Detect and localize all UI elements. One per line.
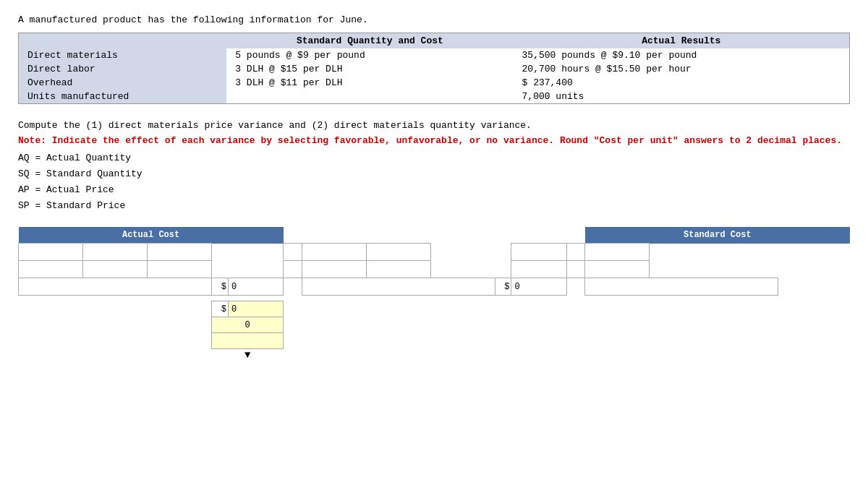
table-row: Units manufactured 7,000 units xyxy=(19,90,849,103)
var1-amount-input-cell[interactable] xyxy=(228,301,283,317)
mid-r1c1-input[interactable] xyxy=(284,247,301,257)
mid-r1c2-input[interactable] xyxy=(302,247,366,257)
ac-r2c3-input[interactable] xyxy=(148,265,211,275)
mid-input-r2c2[interactable] xyxy=(302,261,366,278)
arrow-right-2 xyxy=(566,278,584,296)
std-qty-cost-header: Standard Quantity and Cost xyxy=(226,33,513,48)
row-actual-labor: 20,700 hours @ $15.50 per hour xyxy=(514,62,849,76)
sc-r1c3-input[interactable] xyxy=(585,247,649,257)
statement-text: A manufactured product has the following… xyxy=(18,14,368,25)
ac-r1c3-input[interactable] xyxy=(148,247,211,257)
sc-input-r2c3[interactable] xyxy=(585,261,650,278)
info-table-wrapper: Standard Quantity and Cost Actual Result… xyxy=(18,33,850,104)
ac-input-r1c2[interactable] xyxy=(83,244,148,261)
note-text: Note: Indicate the effect of each varian… xyxy=(18,135,850,146)
ac-r2c2-input[interactable] xyxy=(83,265,147,275)
arrow-right-1 xyxy=(284,278,302,296)
calc-row-1 xyxy=(19,244,851,261)
row-actual-materials: 35,500 pounds @ $9.10 per pound xyxy=(514,48,849,62)
var1-result-input[interactable] xyxy=(212,336,263,346)
var1-result-cell[interactable] xyxy=(212,333,284,349)
mid-total-input[interactable] xyxy=(514,282,550,292)
ac-r2c1-input[interactable] xyxy=(19,265,82,275)
abbrev-ap: AP = Actual Price xyxy=(18,182,850,198)
sc-r2c3-input[interactable] xyxy=(585,265,649,275)
row-std-materials: 5 pounds @ $9 per pound xyxy=(226,48,513,62)
spacer-row xyxy=(19,296,851,301)
sc-input-r1c1[interactable] xyxy=(511,244,566,261)
ac-total-value[interactable] xyxy=(228,278,283,296)
abbrev-sp: SP = Standard Price xyxy=(18,198,850,214)
sc-r1c1-input[interactable] xyxy=(511,247,566,257)
ac-input-r2c3[interactable] xyxy=(148,261,212,278)
abbreviations-section: AQ = Actual Quantity SQ = Standard Quant… xyxy=(18,150,850,214)
ac-dollar-sign: $ xyxy=(212,278,229,296)
compute-text: Compute the (1) direct materials price v… xyxy=(18,120,850,131)
calc-row-totals: $ $ xyxy=(19,278,851,296)
mid-input-r1c1[interactable] xyxy=(284,244,302,261)
actual-cost-header: Actual Cost xyxy=(19,227,284,244)
sc-r1c2-input[interactable] xyxy=(567,247,584,257)
mid-input-r2c1[interactable] xyxy=(284,261,302,278)
table-row: Direct materials 5 pounds @ $9 per pound… xyxy=(19,48,849,62)
abbrev-aq: AQ = Actual Quantity xyxy=(18,150,850,166)
page-container: A manufactured product has the following… xyxy=(18,14,850,361)
arrow-down-row: ▼ xyxy=(19,349,851,361)
mid-r2c1-input[interactable] xyxy=(284,265,301,275)
row-label-overhead: Overhead xyxy=(19,76,226,90)
sc-input-r1c3[interactable] xyxy=(585,244,650,261)
main-calc-table: Actual Cost Standard Cost xyxy=(18,227,850,361)
row-label-materials: Direct materials xyxy=(19,48,226,62)
ac-input-r2c2[interactable] xyxy=(83,261,148,278)
row-std-labor: 3 DLH @ $15 per DLH xyxy=(226,62,513,76)
mid-r2c3-input[interactable] xyxy=(367,265,430,275)
sc-input-r2c2[interactable] xyxy=(566,261,584,278)
down-arrow: ▼ xyxy=(212,349,284,361)
ac-input-r1c1[interactable] xyxy=(19,244,83,261)
sc-r2c1-input[interactable] xyxy=(511,265,566,275)
sc-r2c2-input[interactable] xyxy=(567,265,584,275)
abbrev-sq: SQ = Standard Quantity xyxy=(18,166,850,182)
table-row: Overhead 3 DLH @ $11 per DLH $ 237,400 xyxy=(19,76,849,90)
actual-results-header: Actual Results xyxy=(514,33,849,48)
row-actual-overhead: $ 237,400 xyxy=(514,76,849,90)
ac-input-r2c1[interactable] xyxy=(19,261,83,278)
ac-total-input[interactable] xyxy=(231,282,268,292)
mid-input-r1c2[interactable] xyxy=(302,244,366,261)
ac-r1c2-input[interactable] xyxy=(83,247,147,257)
variance-row-1: $ xyxy=(19,301,851,317)
sc-input-r2c1[interactable] xyxy=(511,261,566,278)
row-std-units xyxy=(226,90,513,103)
mid-r1c3-input[interactable] xyxy=(367,247,430,257)
compute-instruction: Compute the (1) direct materials price v… xyxy=(18,120,532,131)
standard-cost-header: Standard Cost xyxy=(585,227,850,244)
calc-section: Actual Cost Standard Cost xyxy=(18,227,850,361)
sc-input-r1c2[interactable] xyxy=(566,244,584,261)
mid-input-r1c3[interactable] xyxy=(366,244,430,261)
info-table: Standard Quantity and Cost Actual Result… xyxy=(19,33,849,103)
mid-total-value[interactable] xyxy=(511,278,566,296)
ac-r1c1-input[interactable] xyxy=(19,247,82,257)
calc-row-2 xyxy=(19,261,851,278)
ac-input-r1c3[interactable] xyxy=(148,244,212,261)
row-label-labor: Direct labor xyxy=(19,62,226,76)
note-instruction: Note: Indicate the effect of each varian… xyxy=(18,135,842,146)
problem-statement: A manufactured product has the following… xyxy=(18,14,850,25)
variance-row-2 xyxy=(19,317,851,333)
var1-label-input-cell[interactable] xyxy=(212,317,284,333)
var1-label-input[interactable] xyxy=(226,320,269,330)
row-label-units: Units manufactured xyxy=(19,90,226,103)
var1-amount-input[interactable] xyxy=(231,304,268,314)
mid-input-r2c3[interactable] xyxy=(366,261,430,278)
mid-r2c2-input[interactable] xyxy=(302,265,366,275)
row-actual-units: 7,000 units xyxy=(514,90,849,103)
mid-dollar-sign: $ xyxy=(495,278,511,296)
row-std-overhead: 3 DLH @ $11 per DLH xyxy=(226,76,513,90)
variance-result-row xyxy=(19,333,851,349)
table-row: Direct labor 3 DLH @ $15 per DLH 20,700 … xyxy=(19,62,849,76)
var1-dollar-sign: $ xyxy=(212,301,229,317)
